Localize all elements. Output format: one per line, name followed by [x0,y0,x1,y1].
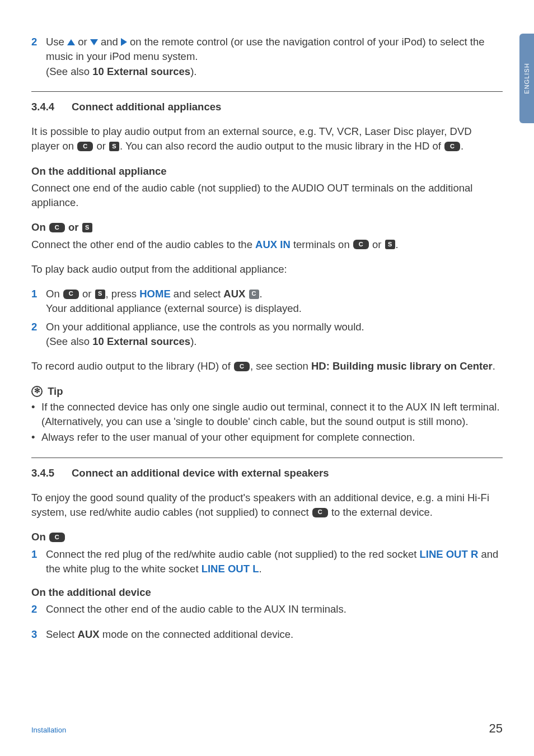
text: and [98,36,121,48]
sub-heading: On the additional device [31,585,503,600]
text: terminals on [291,239,353,250]
station-device-icon: S [95,290,105,299]
text: Select [46,628,78,640]
text: On [46,288,63,300]
text: or [65,221,82,233]
text: and select [171,288,224,300]
line-out-r-label: LINE OUT R [419,548,478,560]
center-device-icon: C [77,142,93,151]
paragraph: To enjoy the good sound quality of the p… [31,491,503,520]
section-number: 3.4.5 [31,466,72,480]
text: (See also [46,335,92,347]
ref-external-sources: 10 External sources [92,66,190,77]
language-tab-label: ENGLISH [523,63,530,94]
aux-mode-label: AUX [78,628,100,640]
text: to the external device. [329,506,433,518]
center-device-icon: C [444,142,460,151]
step-number: 2 [31,602,46,617]
step-body: Connect the other end of the audio cable… [46,602,503,617]
intro-step: 2 Use or and on the remote control (or u… [31,35,503,79]
step-number: 2 [31,35,46,79]
section-heading-344: 3.4.4Connect additional appliances [31,100,503,114]
section-title: Connect additional appliances [72,101,221,113]
aux-label: AUX [223,288,245,300]
step-number: 2 [31,320,46,349]
text: or [75,36,90,48]
text: ). [190,66,196,77]
text: On [31,531,49,543]
section-title: Connect an additional device with extern… [72,467,329,479]
text: . [461,140,463,152]
text [245,288,248,300]
aux-device-icon: C [249,290,259,299]
sub-heading: On C or S [31,220,503,235]
text: Your additional appliance (external sour… [46,302,302,314]
text: If the connected device has only one sin… [41,400,503,430]
sub-heading: On the additional appliance [31,164,503,179]
divider [31,458,503,458]
line-out-l-label: LINE OUT L [202,563,259,575]
text: . [259,563,261,575]
step-3: 3 Select AUX mode on the connected addit… [31,627,503,642]
center-device-icon: C [49,533,65,542]
center-device-icon: C [49,223,65,232]
station-device-icon: S [385,240,395,249]
content-area: 2 Use or and on the remote control (or u… [31,35,503,642]
ref-hd-library: HD: Building music library on Center [311,360,493,372]
text: or [93,140,109,152]
station-device-icon: S [109,142,119,151]
text: , see section [250,360,311,372]
paragraph: Connect one end of the audio cable (not … [31,181,503,211]
page: ENGLISH 2 Use or and on the remote contr… [0,0,534,756]
nav-up-icon [67,39,75,45]
center-device-icon: C [234,362,250,371]
language-tab: ENGLISH [519,34,534,123]
text: . [396,239,399,250]
text: (See also [46,66,92,77]
footer-section: Installation [31,726,66,734]
section-heading-345: 3.4.5Connect an additional device with e… [31,466,503,480]
tip-heading: ✻ Tip [31,384,503,399]
step-body: Select AUX mode on the connected additio… [46,627,503,642]
text: . You can also record the audio output t… [120,140,444,152]
step-number: 1 [31,547,46,577]
step-body: Use or and on the remote control (or use… [46,35,503,79]
aux-in-label: AUX IN [255,239,291,250]
step-body: On your additional appliance, use the co… [46,320,503,349]
text: Use [46,36,67,48]
text: . [260,288,263,300]
step-number: 3 [31,627,46,642]
text: ). [190,335,196,347]
station-device-icon: S [82,223,92,232]
nav-down-icon [90,39,98,45]
paragraph: Connect the other end of the audio cable… [31,237,503,252]
tip-icon: ✻ [31,386,43,397]
nav-right-icon [121,38,127,46]
step-body: On C or S, press HOME and select AUX C. … [46,287,503,316]
text: Always refer to the user manual of your … [41,430,415,445]
text: , press [106,288,140,300]
text: Connect the red plug of the red/white au… [46,548,419,560]
section-number: 3.4.4 [31,100,72,114]
divider [31,91,503,92]
list-item: If the connected device has only one sin… [31,400,503,430]
home-label: HOME [139,288,171,300]
ref-external-sources: 10 External sources [92,335,190,347]
sub-heading: On C [31,530,503,544]
text: On your additional appliance, use the co… [46,321,364,333]
tip-label: Tip [48,385,63,397]
text: or [79,288,95,300]
text: mode on the connected additional device. [100,628,294,640]
step-body: Connect the red plug of the red/white au… [46,547,503,577]
step-2: 2 Connect the other end of the audio cab… [31,602,503,617]
text: . [493,360,495,372]
tip-list: If the connected device has only one sin… [31,400,503,445]
footer: Installation 25 [31,721,503,736]
list-item: Always refer to the user manual of your … [31,430,503,445]
step-1: 1 On C or S, press HOME and select AUX C… [31,287,503,316]
center-device-icon: C [312,508,328,517]
center-device-icon: C [63,290,79,299]
text: or [369,239,385,250]
step-number: 1 [31,287,46,316]
text: On [31,221,49,233]
